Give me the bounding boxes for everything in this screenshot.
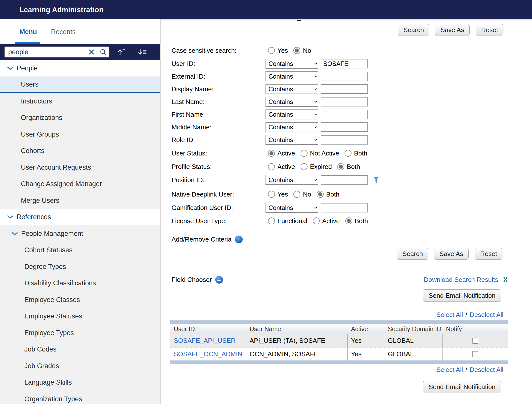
download-search-results[interactable]: Download Search Results X [424,274,509,285]
last-name-input[interactable] [321,97,368,106]
radio-button[interactable] [268,47,275,54]
chevron-down-icon[interactable] [7,215,13,219]
notify-checkbox[interactable] [472,338,478,344]
excel-export-icon[interactable]: X [502,275,509,284]
tab-menu[interactable]: Menu [19,28,37,36]
select-all-link[interactable]: Select All [436,311,463,319]
profile-status-option-expired[interactable]: Expired [301,163,332,171]
send-email-notification-button-bottom[interactable]: Send Email Notification [423,381,501,393]
search-icon[interactable] [97,49,109,55]
select-all-link[interactable]: Select All [436,366,463,374]
radio-button[interactable] [268,150,275,157]
radio-button[interactable] [268,163,275,170]
user-status-option-both[interactable]: Both [345,150,367,157]
go-arrow-icon[interactable]: → [215,276,223,284]
tab-recents[interactable]: Recents [51,28,76,36]
reset-button-bottom[interactable]: Reset [475,248,502,260]
chevron-down-icon[interactable] [7,66,13,70]
sidebar-item-people-management[interactable]: People Management [0,225,160,242]
sidebar-item-language-skills[interactable]: Language Skills [0,374,160,391]
filter-funnel-icon[interactable] [373,176,379,183]
position-id-input[interactable] [321,175,368,185]
sidebar-item-employee-statuses[interactable]: Employee Statuses [0,308,160,325]
user-id-operator-select[interactable]: Contains [266,59,318,69]
user-id-input[interactable] [321,59,368,68]
deselect-all-link[interactable]: Deselect All [470,366,503,374]
sidebar-item-job-grades[interactable]: Job Grades [0,358,160,374]
expand-all-icon[interactable] [137,48,148,57]
search-button-top[interactable]: Search [398,24,429,36]
sidebar-item-disability-classifications[interactable]: Disability Classifications [0,275,160,292]
display-name-operator-select[interactable]: Contains [266,84,318,94]
sidebar-item-job-codes[interactable]: Job Codes [0,341,160,358]
last-name-operator-select[interactable]: Contains [266,97,318,107]
radio-button[interactable] [268,217,275,224]
deselect-all-link[interactable]: Deselect All [470,311,503,319]
profile-status-option-both[interactable]: Both [337,163,360,171]
notify-checkbox[interactable] [472,351,478,357]
chevron-down-icon[interactable] [11,232,18,236]
radio-button[interactable] [293,47,300,54]
send-email-notification-button-top[interactable]: Send Email Notification [423,289,501,302]
middle-name-input[interactable] [321,122,368,132]
radio-button[interactable] [313,217,320,224]
radio-button[interactable] [337,163,344,170]
sidebar-item-employee-types[interactable]: Employee Types [0,325,160,341]
search-button-bottom[interactable]: Search [397,248,428,260]
sidebar-item-instructors[interactable]: Instructors [0,93,160,109]
gamification-user-id-input[interactable] [321,203,368,212]
radio-button[interactable] [345,150,352,157]
menu-search-input[interactable] [5,48,86,56]
sidebar-item-users[interactable]: Users [0,77,160,93]
sidebar-item-change-assigned-manager[interactable]: Change Assigned Manager [0,176,160,192]
license-user-type-option-functional[interactable]: Functional [268,217,307,225]
go-arrow-icon[interactable]: → [235,236,243,243]
radio-button[interactable] [293,191,300,198]
native-deeplink-user-option-both[interactable]: Both [317,191,340,198]
profile-status-option-active[interactable]: Active [268,163,295,171]
sidebar-item-organizations[interactable]: Organizations [0,110,160,126]
role-id-operator-select[interactable]: Contains [266,135,318,145]
radio-button[interactable] [301,163,308,170]
position-id-operator-select[interactable]: Contains [266,175,318,185]
case-sensitive-search-option-no[interactable]: No [293,47,311,54]
radio-button[interactable] [301,150,308,157]
role-id-input[interactable] [321,135,368,145]
sidebar-item-employee-classes[interactable]: Employee Classes [0,292,160,308]
sidebar-item-organization-types[interactable]: Organization Types [0,391,160,404]
sidebar-item-references[interactable]: References [0,209,160,225]
external-id-input[interactable] [321,72,368,81]
external-id-operator-select[interactable]: Contains [266,71,318,81]
reset-button-top[interactable]: Reset [476,24,503,36]
radio-button[interactable] [345,217,352,224]
save-as-button-top[interactable]: Save As [435,24,470,36]
gamification-user-id-operator-select[interactable]: Contains [266,203,318,213]
sidebar-item-degree-types[interactable]: Degree Types [0,258,160,275]
field-chooser[interactable]: Field Chooser → [172,274,223,285]
license-user-type-option-both[interactable]: Both [345,217,368,225]
user-id-link[interactable]: SOSAFE_OCN_ADMIN [170,348,246,360]
user-id-link[interactable]: SOSAFE_API_USER [170,334,246,347]
sidebar-item-people[interactable]: People [0,60,160,76]
sidebar-item-user-account-requests[interactable]: User Account Requests [0,159,160,176]
sidebar-item-merge-users[interactable]: Merge Users [0,192,160,209]
download-search-results-link[interactable]: Download Search Results [424,276,498,284]
radio-button[interactable] [317,191,324,198]
middle-name-operator-select[interactable]: Contains [266,122,318,132]
first-name-operator-select[interactable]: Contains [266,109,318,119]
display-name-input[interactable] [321,84,368,94]
case-sensitive-search-option-yes[interactable]: Yes [268,47,288,54]
clear-search-icon[interactable] [86,49,97,55]
native-deeplink-user-option-no[interactable]: No [293,191,311,198]
native-deeplink-user-option-yes[interactable]: Yes [268,191,288,198]
radio-button[interactable] [268,191,275,198]
sidebar-item-cohort-statuses[interactable]: Cohort Statuses [0,242,160,258]
license-user-type-option-active[interactable]: Active [313,217,340,225]
first-name-input[interactable] [321,110,368,119]
user-status-option-not-active[interactable]: Not Active [301,150,339,157]
sidebar-item-cohorts[interactable]: Cohorts [0,143,160,159]
collapse-all-icon[interactable] [117,48,127,57]
sidebar-item-user-groups[interactable]: User Groups [0,126,160,143]
user-status-option-active[interactable]: Active [268,150,295,157]
add-remove-criteria[interactable]: Add/Remove Criteria → [172,234,243,245]
